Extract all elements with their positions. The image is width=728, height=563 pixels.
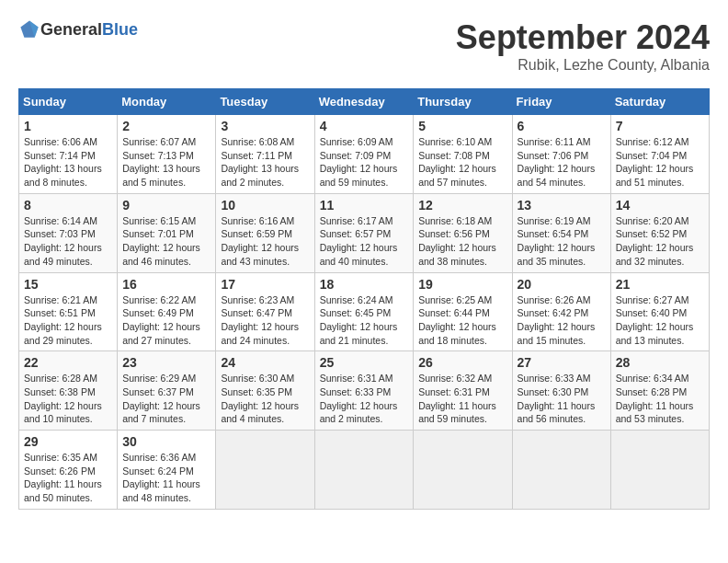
logo: GeneralBlue — [18, 18, 138, 40]
calendar-week-1: 1 Sunrise: 6:06 AM Sunset: 7:14 PM Dayli… — [19, 115, 710, 194]
calendar-week-3: 15 Sunrise: 6:21 AM Sunset: 6:51 PM Dayl… — [19, 272, 710, 351]
calendar-day — [216, 431, 314, 510]
day-info: Sunrise: 6:20 AM Sunset: 6:52 PM Dayligh… — [616, 214, 704, 269]
day-info: Sunrise: 6:06 AM Sunset: 7:14 PM Dayligh… — [24, 135, 112, 190]
day-number: 7 — [616, 119, 704, 133]
day-info: Sunrise: 6:18 AM Sunset: 6:56 PM Dayligh… — [418, 214, 506, 269]
calendar-week-4: 22 Sunrise: 6:28 AM Sunset: 6:38 PM Dayl… — [19, 351, 710, 431]
day-number: 1 — [24, 119, 112, 133]
day-info: Sunrise: 6:27 AM Sunset: 6:40 PM Dayligh… — [616, 293, 704, 348]
calendar-day: 28 Sunrise: 6:34 AM Sunset: 6:28 PM Dayl… — [610, 351, 709, 431]
day-info: Sunrise: 6:31 AM Sunset: 6:33 PM Dayligh… — [320, 372, 409, 426]
calendar-day: 19 Sunrise: 6:25 AM Sunset: 6:44 PM Dayl… — [414, 272, 512, 351]
calendar-day: 2 Sunrise: 6:07 AM Sunset: 7:13 PM Dayli… — [118, 115, 216, 194]
day-number: 12 — [418, 198, 506, 213]
day-number: 13 — [518, 198, 606, 213]
day-info: Sunrise: 6:19 AM Sunset: 6:54 PM Dayligh… — [518, 214, 606, 269]
calendar-day: 3 Sunrise: 6:08 AM Sunset: 7:11 PM Dayli… — [216, 115, 314, 194]
calendar-day: 5 Sunrise: 6:10 AM Sunset: 7:08 PM Dayli… — [414, 115, 512, 194]
calendar-day: 24 Sunrise: 6:30 AM Sunset: 6:35 PM Dayl… — [216, 351, 314, 431]
day-number: 30 — [122, 434, 210, 449]
day-info: Sunrise: 6:32 AM Sunset: 6:31 PM Dayligh… — [418, 372, 506, 426]
calendar-table: SundayMondayTuesdayWednesdayThursdayFrid… — [18, 88, 710, 510]
calendar-day: 1 Sunrise: 6:06 AM Sunset: 7:14 PM Dayli… — [19, 115, 118, 194]
day-info: Sunrise: 6:30 AM Sunset: 6:35 PM Dayligh… — [221, 372, 309, 426]
day-number: 14 — [616, 198, 704, 213]
calendar-day: 12 Sunrise: 6:18 AM Sunset: 6:56 PM Dayl… — [414, 193, 512, 272]
day-number: 17 — [221, 277, 309, 292]
calendar-day: 22 Sunrise: 6:28 AM Sunset: 6:38 PM Dayl… — [19, 351, 118, 431]
logo-icon — [18, 18, 40, 40]
day-number: 6 — [518, 119, 606, 133]
day-number: 21 — [616, 277, 704, 292]
calendar-day: 9 Sunrise: 6:15 AM Sunset: 7:01 PM Dayli… — [118, 193, 216, 272]
calendar-header-row: SundayMondayTuesdayWednesdayThursdayFrid… — [19, 89, 710, 115]
day-number: 10 — [221, 198, 309, 213]
calendar-day: 26 Sunrise: 6:32 AM Sunset: 6:31 PM Dayl… — [414, 351, 512, 431]
calendar-day: 25 Sunrise: 6:31 AM Sunset: 6:33 PM Dayl… — [314, 351, 414, 431]
calendar-day: 11 Sunrise: 6:17 AM Sunset: 6:57 PM Dayl… — [314, 193, 414, 272]
day-number: 23 — [122, 355, 210, 370]
day-number: 2 — [122, 119, 210, 133]
day-info: Sunrise: 6:25 AM Sunset: 6:44 PM Dayligh… — [418, 293, 506, 348]
day-info: Sunrise: 6:24 AM Sunset: 6:45 PM Dayligh… — [320, 293, 409, 348]
day-info: Sunrise: 6:12 AM Sunset: 7:04 PM Dayligh… — [616, 135, 704, 190]
calendar-week-2: 8 Sunrise: 6:14 AM Sunset: 7:03 PM Dayli… — [19, 193, 710, 272]
calendar-day: 10 Sunrise: 6:16 AM Sunset: 6:59 PM Dayl… — [216, 193, 314, 272]
calendar-day — [314, 431, 414, 510]
calendar-day: 17 Sunrise: 6:23 AM Sunset: 6:47 PM Dayl… — [216, 272, 314, 351]
day-info: Sunrise: 6:36 AM Sunset: 6:24 PM Dayligh… — [122, 451, 210, 505]
logo-blue-text: Blue — [102, 20, 138, 40]
day-info: Sunrise: 6:29 AM Sunset: 6:37 PM Dayligh… — [122, 372, 210, 426]
day-info: Sunrise: 6:15 AM Sunset: 7:01 PM Dayligh… — [122, 214, 210, 269]
day-number: 20 — [518, 277, 606, 292]
day-info: Sunrise: 6:22 AM Sunset: 6:49 PM Dayligh… — [122, 293, 210, 348]
column-header-monday: Monday — [118, 89, 216, 115]
calendar-day: 27 Sunrise: 6:33 AM Sunset: 6:30 PM Dayl… — [512, 351, 610, 431]
column-header-friday: Friday — [512, 89, 610, 115]
calendar-day: 16 Sunrise: 6:22 AM Sunset: 6:49 PM Dayl… — [118, 272, 216, 351]
column-header-wednesday: Wednesday — [314, 89, 414, 115]
day-info: Sunrise: 6:23 AM Sunset: 6:47 PM Dayligh… — [221, 293, 309, 348]
day-number: 19 — [418, 277, 506, 292]
day-info: Sunrise: 6:26 AM Sunset: 6:42 PM Dayligh… — [518, 293, 606, 348]
calendar-day: 14 Sunrise: 6:20 AM Sunset: 6:52 PM Dayl… — [610, 193, 709, 272]
day-info: Sunrise: 6:28 AM Sunset: 6:38 PM Dayligh… — [24, 372, 112, 426]
day-info: Sunrise: 6:16 AM Sunset: 6:59 PM Dayligh… — [221, 214, 309, 269]
day-number: 29 — [24, 434, 112, 449]
day-info: Sunrise: 6:09 AM Sunset: 7:09 PM Dayligh… — [320, 135, 409, 190]
day-number: 26 — [418, 355, 506, 370]
calendar-day: 18 Sunrise: 6:24 AM Sunset: 6:45 PM Dayl… — [314, 272, 414, 351]
month-title: September 2024 — [456, 18, 710, 57]
column-header-tuesday: Tuesday — [216, 89, 314, 115]
logo-general-text: General — [40, 20, 102, 40]
calendar-day: 13 Sunrise: 6:19 AM Sunset: 6:54 PM Dayl… — [512, 193, 610, 272]
calendar-day: 7 Sunrise: 6:12 AM Sunset: 7:04 PM Dayli… — [610, 115, 709, 194]
day-info: Sunrise: 6:17 AM Sunset: 6:57 PM Dayligh… — [320, 214, 409, 269]
day-info: Sunrise: 6:34 AM Sunset: 6:28 PM Dayligh… — [616, 372, 704, 426]
day-number: 22 — [24, 355, 112, 370]
day-number: 4 — [320, 119, 409, 133]
day-number: 24 — [221, 355, 309, 370]
calendar-day: 15 Sunrise: 6:21 AM Sunset: 6:51 PM Dayl… — [19, 272, 118, 351]
day-number: 16 — [122, 277, 210, 292]
day-number: 25 — [320, 355, 409, 370]
title-area: September 2024 Rubik, Lezhe County, Alba… — [456, 18, 710, 74]
calendar-day: 20 Sunrise: 6:26 AM Sunset: 6:42 PM Dayl… — [512, 272, 610, 351]
calendar-day — [610, 431, 709, 510]
location-title: Rubik, Lezhe County, Albania — [456, 57, 710, 74]
day-number: 3 — [221, 119, 309, 133]
day-info: Sunrise: 6:10 AM Sunset: 7:08 PM Dayligh… — [418, 135, 506, 190]
calendar-day: 6 Sunrise: 6:11 AM Sunset: 7:06 PM Dayli… — [512, 115, 610, 194]
calendar-day: 21 Sunrise: 6:27 AM Sunset: 6:40 PM Dayl… — [610, 272, 709, 351]
day-number: 28 — [616, 355, 704, 370]
calendar-day: 4 Sunrise: 6:09 AM Sunset: 7:09 PM Dayli… — [314, 115, 414, 194]
column-header-sunday: Sunday — [19, 89, 118, 115]
day-info: Sunrise: 6:14 AM Sunset: 7:03 PM Dayligh… — [24, 214, 112, 269]
calendar-day: 8 Sunrise: 6:14 AM Sunset: 7:03 PM Dayli… — [19, 193, 118, 272]
calendar-week-5: 29 Sunrise: 6:35 AM Sunset: 6:26 PM Dayl… — [19, 431, 710, 510]
page-header: GeneralBlue September 2024 Rubik, Lezhe … — [18, 18, 710, 74]
day-number: 5 — [418, 119, 506, 133]
column-header-saturday: Saturday — [610, 89, 709, 115]
calendar-day: 30 Sunrise: 6:36 AM Sunset: 6:24 PM Dayl… — [118, 431, 216, 510]
